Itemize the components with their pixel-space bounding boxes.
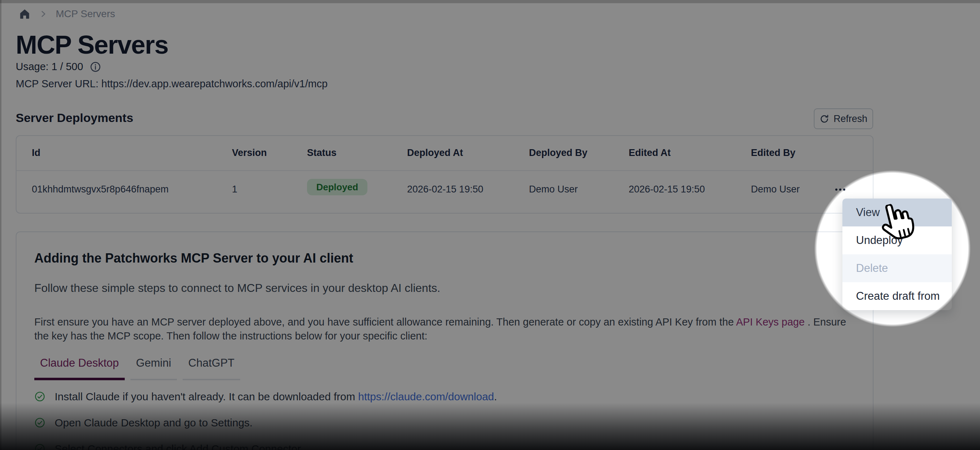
status-badge: Deployed [307, 179, 368, 195]
list-item: Open Claude Desktop and go to Settings. [34, 416, 497, 430]
instructions-paragraph: First ensure you have an MCP server depl… [34, 315, 854, 343]
left-edge-shade [0, 0, 2, 450]
column-header-edited-at: Edited At [629, 147, 671, 158]
instructions-card: Adding the Patchworks MCP Server to your… [16, 231, 873, 450]
setup-steps: Install Claude if you haven't already. I… [34, 389, 497, 450]
table-header-divider [16, 170, 873, 171]
deployments-table: Id Version Status Deployed At Deployed B… [16, 135, 873, 214]
breadcrumb: MCP Servers [19, 8, 115, 20]
column-header-deployed-at: Deployed At [407, 147, 463, 158]
server-deployments-heading: Server Deployments [16, 111, 133, 125]
chevron-right-icon [38, 9, 48, 19]
cell-id: 01khhdmtwsgvx5r8p646fnapem [32, 184, 169, 195]
info-icon[interactable] [90, 61, 101, 73]
usage-label: Usage: 1 / 500 [16, 61, 83, 73]
paragraph-text: First ensure you have an MCP server depl… [34, 316, 736, 328]
cell-edited-at: 2026-02-15 19:50 [629, 184, 705, 195]
claude-download-link[interactable]: https://claude.com/download [358, 391, 494, 402]
client-tabs: Claude Desktop Gemini ChatGPT [34, 357, 240, 380]
column-header-status: Status [307, 147, 337, 158]
row-actions-ellipsis-icon[interactable] [834, 182, 854, 197]
tab-chatgpt[interactable]: ChatGPT [183, 357, 240, 380]
step-text: Select Connectors and click Add Custom C… [55, 442, 303, 450]
breadcrumb-current: MCP Servers [56, 8, 115, 20]
list-item: Select Connectors and click Add Custom C… [34, 442, 497, 450]
cell-deployed-at: 2026-02-15 19:50 [407, 184, 483, 195]
step-text-after: . [494, 391, 497, 402]
top-edge-shade [0, 0, 980, 3]
check-circle-icon [34, 417, 45, 428]
step-text: Install Claude if you haven't already. I… [55, 389, 497, 404]
usage-line: Usage: 1 / 500 [16, 61, 101, 73]
home-icon[interactable] [19, 8, 31, 20]
cell-edited-by: Demo User [751, 184, 800, 195]
tab-claude-desktop[interactable]: Claude Desktop [34, 357, 125, 380]
check-circle-icon [34, 391, 45, 402]
tab-gemini[interactable]: Gemini [130, 357, 177, 380]
step-text-before: Install Claude if you haven't already. I… [55, 391, 358, 402]
cell-version: 1 [232, 184, 237, 195]
api-keys-page-link[interactable]: API Keys page [736, 316, 805, 328]
cell-deployed-by: Demo User [529, 184, 578, 195]
menu-item-delete[interactable]: Delete [842, 254, 952, 282]
column-header-version: Version [232, 147, 267, 158]
refresh-button[interactable]: Refresh [814, 109, 873, 129]
instructions-subtitle: Follow these simple steps to connect to … [34, 281, 440, 295]
server-url-line: MCP Server URL: https://dev.app.wearepat… [16, 78, 328, 90]
mcp-servers-page: MCP Servers MCP Servers Usage: 1 / 500 M… [0, 0, 980, 450]
column-header-deployed-by: Deployed By [529, 147, 587, 158]
list-item: Install Claude if you haven't already. I… [34, 389, 497, 404]
page-title: MCP Servers [16, 30, 168, 59]
column-header-edited-by: Edited By [751, 147, 795, 158]
refresh-button-label: Refresh [834, 113, 867, 124]
instructions-title: Adding the Patchworks MCP Server to your… [34, 251, 353, 266]
menu-item-create-draft-from[interactable]: Create draft from [842, 282, 952, 310]
check-circle-icon [34, 443, 45, 450]
refresh-icon [819, 114, 829, 124]
column-header-id: Id [32, 147, 40, 158]
step-text: Open Claude Desktop and go to Settings. [55, 416, 253, 430]
